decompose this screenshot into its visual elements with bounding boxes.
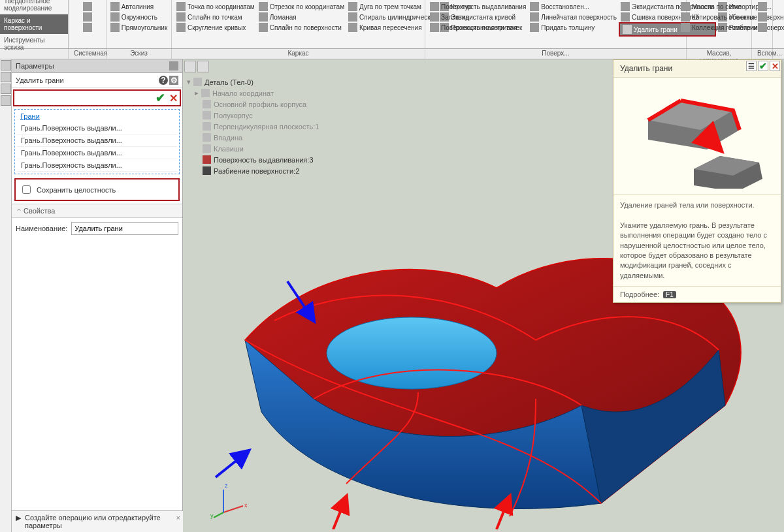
- save-icon: [83, 23, 92, 32]
- properties-panel: Параметры Удалить грани ? ⚙ ✔ ✕ Грани Гр…: [12, 59, 183, 532]
- apply-button[interactable]: ✔: [154, 91, 167, 105]
- svg-line-5: [223, 506, 243, 512]
- sys-btn-open[interactable]: [81, 12, 94, 22]
- tooltip-footer: Подробнее: F1: [613, 286, 781, 302]
- faces-list[interactable]: Грань.Поверхность выдавли... Грань.Повер…: [16, 121, 178, 172]
- btn-geom-coll[interactable]: Коллекция геометрии: [679, 22, 759, 33]
- tab-wireframe[interactable]: Каркас и поверхности: [0, 14, 68, 34]
- open-icon: [83, 12, 92, 22]
- btn-spline-surf[interactable]: Сплайн по поверхности: [257, 22, 346, 33]
- status-text: Создайте операцию или отредактируйте пар…: [25, 514, 179, 529]
- side-tab-1[interactable]: [1, 60, 11, 70]
- ribbon-labels: Системная Эскиз Каркас Поверх... Массив,…: [0, 49, 784, 59]
- tooltip-body: Удаление граней тела или поверхности. Ук…: [613, 195, 781, 286]
- viewport-cancel[interactable]: ✕: [770, 61, 780, 71]
- tab-solid[interactable]: Твердотельное моделирование: [0, 0, 68, 14]
- status-icon: ▶: [16, 514, 21, 522]
- integrity-box: Сохранить целостность: [14, 178, 180, 201]
- aux-2[interactable]: [756, 12, 769, 22]
- help-icon[interactable]: ?: [159, 76, 168, 85]
- f1-key: F1: [663, 291, 676, 298]
- op-name: Удалить грани: [16, 76, 64, 84]
- accept-bar: ✔ ✕: [13, 89, 181, 106]
- btn-ruled[interactable]: Линейчатая поверхность: [528, 12, 619, 22]
- group-sketch: Автолиния Окружность Прямоугольник: [106, 0, 172, 48]
- svg-text:y: y: [210, 512, 214, 519]
- btn-copy[interactable]: Копировать объекты: [679, 12, 759, 22]
- panel-cog-icon[interactable]: ⚙: [169, 76, 178, 85]
- side-tab-2[interactable]: [1, 72, 11, 82]
- btn-seg-coord[interactable]: Отрезок по координатам: [257, 1, 346, 12]
- doc-icon: [83, 2, 92, 11]
- svg-text:x: x: [244, 502, 248, 509]
- btn-intersect[interactable]: Кривая пересечения: [346, 22, 438, 33]
- viewport-apply[interactable]: ✔: [758, 61, 768, 71]
- sys-btn-new[interactable]: [81, 1, 94, 12]
- tab-sketch-tools[interactable]: Инструменты эскиза: [0, 34, 68, 54]
- btn-pt-coord[interactable]: Точка по координатам: [174, 1, 257, 12]
- face-row[interactable]: Грань.Поверхность выдавли...: [17, 134, 177, 147]
- btn-pt-grid[interactable]: Поверхность по сети точек: [428, 22, 528, 33]
- btn-spiral[interactable]: Спираль цилиндрическ...: [346, 12, 438, 22]
- gear-icon[interactable]: [169, 61, 178, 70]
- btn-curve-round[interactable]: Скругление кривых: [174, 22, 257, 33]
- btn-arc3[interactable]: Дуга по трем точкам: [346, 1, 438, 12]
- face-row[interactable]: Грань.Поверхность выдавли...: [17, 159, 177, 172]
- svg-line-2: [216, 451, 248, 477]
- name-input[interactable]: [71, 222, 178, 235]
- status-close[interactable]: ×: [176, 514, 180, 522]
- group-frame: Точка по координатам Сплайн по точкам Ск…: [172, 0, 425, 48]
- side-tab-strip: [0, 59, 12, 532]
- btn-restore[interactable]: Восстановлен...: [528, 1, 619, 12]
- faces-tab[interactable]: Грани: [20, 112, 40, 120]
- viewport-accept: ☰ ✔ ✕: [746, 61, 780, 71]
- btn-extr-surf[interactable]: Поверхность выдавливания: [428, 1, 528, 12]
- panel-title: Параметры: [16, 62, 54, 70]
- group-array: Массив по сетке Копировать объекты Колле…: [687, 0, 752, 48]
- tooltip: Удалить грани Удален: [613, 59, 781, 303]
- face-row[interactable]: Грань.Поверхность выдавли...: [17, 122, 177, 134]
- name-label: Наименование:: [16, 225, 67, 232]
- svg-line-3: [333, 497, 346, 529]
- side-tab-4[interactable]: [1, 95, 11, 106]
- group-system: [69, 0, 106, 48]
- viewport-3d[interactable]: ☰ ✔ ✕ ▾Деталь (Тел-0) ▸Начало координат …: [183, 59, 784, 532]
- btn-thick[interactable]: Придать толщину: [528, 22, 619, 33]
- btn-circle[interactable]: Окружность: [108, 12, 170, 22]
- tooltip-image: [613, 78, 781, 195]
- btn-patch[interactable]: Заплатка: [428, 12, 528, 22]
- aux-1[interactable]: [756, 1, 769, 12]
- cancel-button[interactable]: ✕: [167, 92, 180, 104]
- operation-header: Удалить грани ? ⚙: [12, 73, 182, 88]
- axes-gizmo[interactable]: x y z: [210, 480, 250, 519]
- btn-grid-array[interactable]: Массив по сетке: [679, 1, 759, 12]
- viewport-ctx-icon[interactable]: ☰: [746, 61, 757, 71]
- group-aux: [752, 0, 773, 48]
- btn-autoline[interactable]: Автолиния: [108, 1, 170, 12]
- panel-title-bar: Параметры: [12, 59, 182, 73]
- btn-spline-pt[interactable]: Сплайн по точкам: [174, 12, 257, 22]
- svg-point-0: [327, 317, 497, 389]
- faces-box: Грани Грань.Поверхность выдавли... Грань…: [14, 109, 180, 174]
- sys-btn-save[interactable]: [81, 22, 94, 33]
- btn-rect[interactable]: Прямоугольник: [108, 22, 170, 33]
- integrity-checkbox[interactable]: [22, 185, 31, 194]
- properties-section[interactable]: Свойства: [12, 204, 182, 218]
- mode-tabs: Твердотельное моделирование Каркас и пов…: [0, 0, 69, 48]
- svg-text:z: z: [225, 482, 228, 489]
- side-tab-3[interactable]: [1, 84, 11, 94]
- integrity-label: Сохранить целостность: [37, 186, 116, 194]
- aux-3[interactable]: [756, 22, 769, 33]
- btn-polyline[interactable]: Ломаная: [257, 12, 346, 22]
- face-row[interactable]: Грань.Поверхность выдавли...: [17, 147, 177, 159]
- status-bar: ▶ Создайте операцию или отредактируйте п…: [12, 510, 183, 532]
- svg-line-6: [214, 512, 223, 518]
- group-surface: Поверхность выдавливания Заплатка Поверх…: [425, 0, 687, 48]
